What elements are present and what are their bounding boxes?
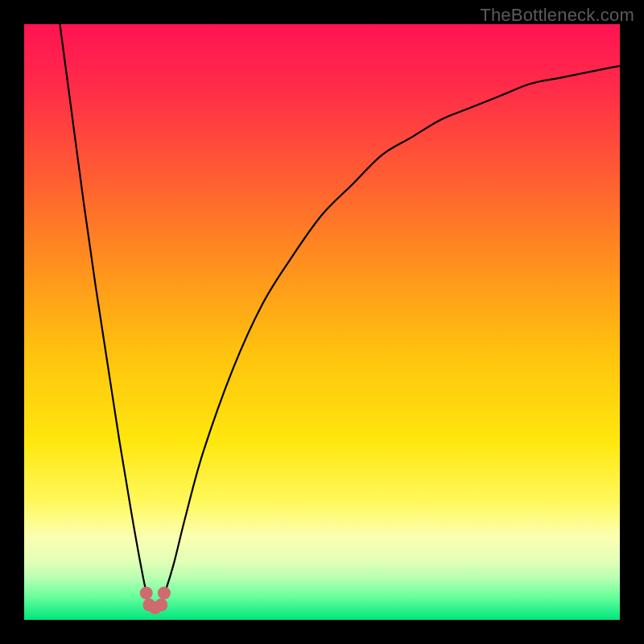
- chart-frame: TheBottleneck.com: [0, 0, 644, 644]
- bottleneck-curve: [24, 24, 620, 620]
- curve-marker: [155, 599, 167, 612]
- plot-area: [24, 24, 620, 620]
- curve-marker: [140, 587, 153, 600]
- watermark-text: TheBottleneck.com: [480, 5, 634, 26]
- curve-marker: [158, 587, 171, 600]
